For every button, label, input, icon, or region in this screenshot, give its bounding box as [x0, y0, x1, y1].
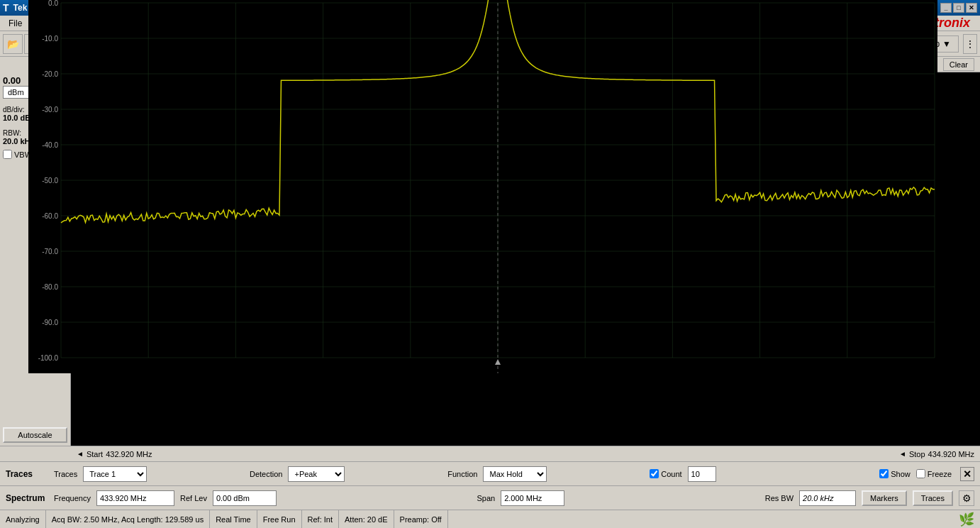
stop-chevron: ▼ — [942, 39, 951, 49]
status-indicator: 🌿 — [959, 512, 974, 527]
x-axis-bar: ◄ ◄ Start Start 432.920 MHz ◄ Stop 434.9… — [0, 446, 980, 461]
traces-section-label: Traces — [6, 469, 48, 479]
stop-text: Stop — [909, 450, 925, 458]
spectrum-section-label: Spectrum — [6, 493, 48, 503]
markers-button[interactable]: Markers — [862, 490, 907, 506]
spectrum-display[interactable] — [28, 0, 937, 373]
count-label: Count — [661, 470, 681, 478]
res-bw-label: Res BW — [765, 494, 794, 502]
maximize-button[interactable]: □ — [953, 3, 964, 13]
close-trace-button[interactable]: ✕ — [960, 467, 974, 481]
status-state: Analyzing — [6, 510, 46, 528]
clear-button[interactable]: Clear — [943, 58, 974, 71]
app-icon: T — [3, 2, 9, 13]
traces-field-label: Traces — [54, 470, 77, 478]
menu-file[interactable]: File — [3, 17, 28, 30]
freeze-checkbox[interactable] — [916, 469, 925, 478]
function-label: Function — [447, 470, 477, 478]
detection-select[interactable]: +Peak -Peak Average — [288, 466, 345, 482]
start-value: 432.920 MHz — [106, 450, 152, 458]
status-real-time: Real Time — [210, 510, 257, 528]
more-options-button[interactable]: ⋮ — [963, 34, 977, 54]
show-checkbox2[interactable] — [879, 469, 889, 478]
show-label2: Show — [891, 470, 911, 478]
status-bar: Analyzing Acq BW: 2.50 MHz, Acq Length: … — [0, 510, 980, 528]
count-input[interactable] — [688, 466, 716, 482]
status-atten: Atten: 20 dE — [339, 510, 394, 528]
res-bw-input[interactable] — [799, 490, 856, 506]
start-indicator: ◄ — [77, 450, 84, 458]
close-button[interactable]: ✕ — [966, 3, 977, 13]
open-button[interactable]: 📂 — [3, 34, 23, 54]
stop-value: 434.920 MHz — [928, 450, 974, 458]
ref-lev-input[interactable] — [213, 490, 277, 506]
frequency-label: Frequency — [54, 494, 91, 502]
status-acq-info: Acq BW: 2.50 MHz, Acq Length: 129.589 us — [46, 510, 210, 528]
function-select[interactable]: Max Hold Min Hold Average Normal — [483, 466, 547, 482]
detection-label: Detection — [250, 470, 282, 478]
show-checkbox2-label[interactable]: Show — [879, 469, 911, 478]
freeze-label: Freeze — [928, 470, 952, 478]
trace-select[interactable]: Trace 1 Trace 2 — [83, 466, 147, 482]
stop-indicator: ◄ — [899, 450, 906, 458]
chart-area — [71, 72, 980, 446]
span-label: Span — [477, 494, 495, 502]
minimize-button[interactable]: _ — [940, 3, 952, 13]
span-input[interactable] — [501, 490, 564, 506]
status-run-mode: Free Run — [257, 510, 302, 528]
autoscale-button[interactable]: Autoscale — [3, 427, 67, 443]
spectrum-bar: Spectrum Frequency Ref Lev Span Res BW M… — [0, 485, 980, 510]
count-checkbox-label[interactable]: Count — [650, 469, 681, 478]
status-preamp: Preamp: Off — [394, 510, 448, 528]
frequency-input[interactable] — [96, 490, 174, 506]
start-text: Start — [87, 450, 103, 458]
freeze-checkbox-label[interactable]: Freeze — [916, 469, 952, 478]
ref-lev-label: Ref Lev — [180, 494, 207, 502]
status-ref: Ref: Int — [302, 510, 339, 528]
spectrum-settings-gear[interactable]: ⚙ — [959, 490, 974, 506]
count-checkbox[interactable] — [650, 469, 659, 478]
vbw-checkbox[interactable] — [3, 150, 12, 159]
traces-button[interactable]: Traces — [913, 490, 953, 506]
traces-bar: Traces Traces Trace 1 Trace 2 Detection … — [0, 461, 980, 485]
